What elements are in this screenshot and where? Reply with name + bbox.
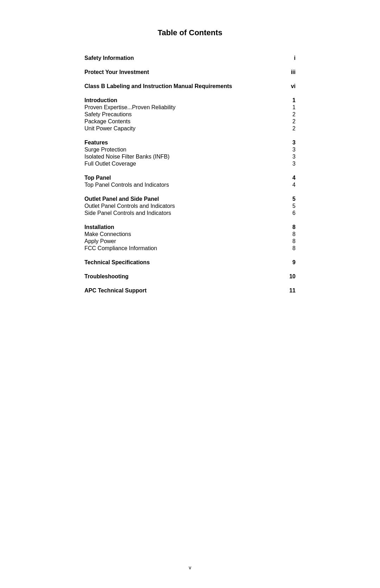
- toc-item-row: Full Outlet Coverage3: [84, 161, 296, 167]
- toc-item-text: Isolated Noise Filter Banks (INFB): [84, 154, 285, 160]
- toc-section: Protect Your Investmentiii: [84, 69, 296, 75]
- toc-heading-page: 3: [285, 140, 296, 146]
- toc-heading-text: Introduction: [84, 97, 285, 104]
- toc-item-page: 8: [285, 245, 296, 252]
- toc-heading-text: Features: [84, 140, 285, 146]
- toc-section: Top Panel4Top Panel Controls and Indicat…: [84, 175, 296, 188]
- toc-item-text: Top Panel Controls and Indicators: [84, 182, 285, 188]
- toc-heading-row: Installation8: [84, 224, 296, 230]
- toc-item-page: 2: [285, 118, 296, 125]
- toc-heading-text: Top Panel: [84, 175, 285, 181]
- toc-heading-text: Outlet Panel and Side Panel: [84, 196, 285, 202]
- toc-item-text: Make Connections: [84, 231, 285, 237]
- toc-heading-row: Troubleshooting10: [84, 273, 296, 280]
- toc-item-page: 2: [285, 111, 296, 118]
- toc-section: Installation8Make Connections8Apply Powe…: [84, 224, 296, 252]
- toc-heading-page: 9: [285, 259, 296, 266]
- toc-section: Introduction1Proven Expertise...Proven R…: [84, 97, 296, 132]
- toc-heading-page: 4: [285, 175, 296, 181]
- toc-section: Features3Surge Protection3Isolated Noise…: [84, 140, 296, 167]
- toc-item-page: 5: [285, 203, 296, 209]
- toc-heading-row: Introduction1: [84, 97, 296, 104]
- toc-section: Class B Labeling and Instruction Manual …: [84, 83, 296, 89]
- toc-item-page: 3: [285, 154, 296, 160]
- toc-title: Table of Contents: [84, 28, 296, 37]
- toc-item-page: 3: [285, 147, 296, 153]
- toc-item-text: Side Panel Controls and Indicators: [84, 210, 285, 216]
- toc-heading-page: vi: [285, 83, 296, 89]
- page-number: v: [189, 565, 191, 570]
- toc-heading-page: 10: [285, 273, 296, 280]
- toc-heading-row: Technical Specifications9: [84, 259, 296, 266]
- toc-heading-page: 1: [285, 97, 296, 104]
- toc-item-row: Side Panel Controls and Indicators6: [84, 210, 296, 216]
- toc-heading-row: Safety Informationi: [84, 55, 296, 61]
- page-footer: v: [53, 565, 327, 570]
- toc-heading-row: Top Panel4: [84, 175, 296, 181]
- toc-heading-text: Troubleshooting: [84, 273, 285, 280]
- toc-heading-text: APC Technical Support: [84, 287, 285, 294]
- toc-heading-row: Outlet Panel and Side Panel5: [84, 196, 296, 202]
- toc-item-page: 8: [285, 238, 296, 245]
- toc-heading-text: Safety Information: [84, 55, 285, 61]
- toc-item-text: Surge Protection: [84, 147, 285, 153]
- toc-item-row: Make Connections8: [84, 231, 296, 237]
- toc-item-row: FCC Compliance Information8: [84, 245, 296, 252]
- toc-heading-text: Installation: [84, 224, 285, 230]
- toc-item-row: Isolated Noise Filter Banks (INFB)3: [84, 154, 296, 160]
- toc-heading-text: Protect Your Investment: [84, 69, 285, 75]
- toc-item-page: 4: [285, 182, 296, 188]
- toc-item-row: Package Contents2: [84, 118, 296, 125]
- toc-item-row: Outlet Panel Controls and Indicators5: [84, 203, 296, 209]
- toc-heading-row: Class B Labeling and Instruction Manual …: [84, 83, 296, 89]
- toc-item-row: Surge Protection3: [84, 147, 296, 153]
- toc-container: Safety InformationiProtect Your Investme…: [84, 55, 296, 294]
- toc-item-row: Proven Expertise...Proven Reliability1: [84, 104, 296, 111]
- toc-item-page: 8: [285, 231, 296, 237]
- toc-item-page: 6: [285, 210, 296, 216]
- page: Table of Contents Safety InformationiPro…: [53, 0, 327, 588]
- toc-item-text: Outlet Panel Controls and Indicators: [84, 203, 285, 209]
- toc-heading-page: 5: [285, 196, 296, 202]
- toc-item-page: 1: [285, 104, 296, 111]
- toc-item-page: 3: [285, 161, 296, 167]
- toc-section: Safety Informationi: [84, 55, 296, 61]
- toc-heading-text: Class B Labeling and Instruction Manual …: [84, 83, 285, 89]
- toc-heading-page: i: [285, 55, 296, 61]
- toc-item-text: Proven Expertise...Proven Reliability: [84, 104, 285, 111]
- toc-section: Technical Specifications9: [84, 259, 296, 266]
- toc-item-text: Unit Power Capacity: [84, 125, 285, 132]
- toc-item-text: FCC Compliance Information: [84, 245, 285, 252]
- toc-heading-page: 8: [285, 224, 296, 230]
- toc-section: APC Technical Support11: [84, 287, 296, 294]
- toc-item-row: Safety Precautions2: [84, 111, 296, 118]
- toc-heading-row: Features3: [84, 140, 296, 146]
- toc-item-row: Unit Power Capacity2: [84, 125, 296, 132]
- toc-heading-row: APC Technical Support11: [84, 287, 296, 294]
- toc-item-text: Safety Precautions: [84, 111, 285, 118]
- toc-heading-page: 11: [285, 287, 296, 294]
- toc-heading-row: Protect Your Investmentiii: [84, 69, 296, 75]
- toc-section: Troubleshooting10: [84, 273, 296, 280]
- toc-section: Outlet Panel and Side Panel5Outlet Panel…: [84, 196, 296, 216]
- toc-heading-text: Technical Specifications: [84, 259, 285, 266]
- toc-heading-page: iii: [285, 69, 296, 75]
- toc-item-page: 2: [285, 125, 296, 132]
- toc-item-text: Apply Power: [84, 238, 285, 245]
- toc-item-text: Full Outlet Coverage: [84, 161, 285, 167]
- toc-item-row: Apply Power8: [84, 238, 296, 245]
- toc-item-row: Top Panel Controls and Indicators4: [84, 182, 296, 188]
- toc-item-text: Package Contents: [84, 118, 285, 125]
